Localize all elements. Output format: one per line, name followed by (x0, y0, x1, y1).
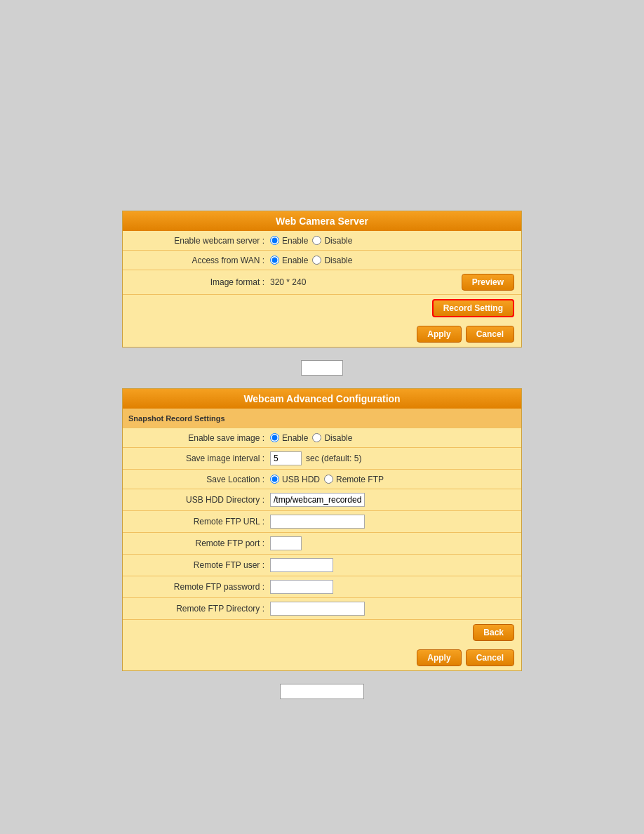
save-interval-input[interactable] (270, 451, 302, 465)
ftp-port-content (270, 536, 514, 550)
wan-enable-label[interactable]: Enable (270, 256, 308, 265)
wan-disable-radio[interactable] (312, 256, 321, 265)
preview-button[interactable]: Preview (462, 274, 514, 291)
enable-webcam-row: Enable webcam server : Enable Disable (123, 231, 521, 251)
record-setting-button[interactable]: Record Setting (432, 299, 514, 317)
enable-save-content: Enable Disable (270, 433, 514, 443)
ftp-password-label: Remote FTP password : (130, 582, 270, 592)
enable-webcam-disable-label[interactable]: Disable (312, 236, 352, 246)
advanced-apply-button[interactable]: Apply (417, 649, 461, 666)
enable-save-label: Enable save image : (130, 433, 270, 443)
ftp-password-content (270, 580, 514, 594)
wan-disable-text: Disable (324, 256, 352, 265)
image-format-label: Image format : (130, 277, 270, 287)
advanced-cancel-button[interactable]: Cancel (466, 649, 514, 666)
enable-save-image-row: Enable save image : Enable Disable (123, 428, 521, 448)
small-rect-1 (301, 360, 343, 376)
wan-enable-text: Enable (282, 256, 308, 265)
enable-webcam-enable-label[interactable]: Enable (270, 236, 308, 246)
ftp-password-input[interactable] (270, 580, 333, 594)
ftp-dir-input[interactable] (270, 602, 365, 616)
record-setting-row: Record Setting (123, 295, 521, 322)
ftp-user-content (270, 558, 514, 572)
save-location-row: Save Location : USB HDD Remote FTP (123, 470, 521, 489)
access-wan-row: Access from WAN : Enable Disable (123, 251, 521, 270)
save-enable-text: Enable (282, 433, 308, 443)
page-wrapper: Web Camera Server Enable webcam server :… (0, 0, 644, 834)
image-format-row: Image format : 320 * 240 Preview (123, 270, 521, 295)
save-disable-radio[interactable] (312, 433, 321, 442)
save-enable-label[interactable]: Enable (270, 433, 308, 443)
ftp-user-label: Remote FTP user : (130, 560, 270, 570)
remote-ftp-label[interactable]: Remote FTP (324, 475, 384, 484)
wan-enable-radio[interactable] (270, 256, 279, 265)
usb-hdd-text: USB HDD (282, 475, 320, 484)
save-interval-hint: sec (default: 5) (306, 454, 361, 463)
ftp-port-row: Remote FTP port : (123, 533, 521, 555)
wan-disable-label[interactable]: Disable (312, 256, 352, 265)
ftp-dir-label: Remote FTP Directory : (130, 604, 270, 614)
save-location-content: USB HDD Remote FTP (270, 475, 514, 484)
usb-hdd-dir-input[interactable] (270, 493, 365, 507)
usb-hdd-dir-content (270, 493, 514, 507)
snapshot-section-label: Snapshot Record Settings (128, 414, 225, 423)
webcam-server-title: Web Camera Server (123, 211, 521, 231)
advanced-title: Webcam Advanced Configuration (123, 389, 521, 409)
image-format-value: 320 * 240 (270, 277, 306, 287)
enable-webcam-content: Enable Disable (270, 236, 514, 246)
small-rect-container-2 (280, 684, 364, 699)
ftp-url-row: Remote FTP URL : (123, 511, 521, 533)
usb-hdd-dir-label: USB HDD Directory : (130, 495, 270, 505)
usb-hdd-label[interactable]: USB HDD (270, 475, 320, 484)
small-rect-2 (280, 684, 364, 699)
webcam-server-panel: Web Camera Server Enable webcam server :… (122, 211, 522, 348)
ftp-user-input[interactable] (270, 558, 333, 572)
ftp-url-label: Remote FTP URL : (130, 517, 270, 527)
ftp-url-input[interactable] (270, 515, 365, 529)
enable-webcam-label: Enable webcam server : (130, 236, 270, 246)
save-interval-content: sec (default: 5) (270, 451, 514, 465)
save-disable-text: Disable (324, 433, 352, 443)
usb-hdd-radio[interactable] (270, 475, 279, 484)
enable-webcam-disable-text: Disable (324, 236, 352, 246)
back-row: Back (123, 620, 521, 645)
ftp-dir-content (270, 602, 514, 616)
save-interval-row: Save image interval : sec (default: 5) (123, 448, 521, 470)
webcam-cancel-button[interactable]: Cancel (466, 326, 514, 343)
access-wan-label: Access from WAN : (130, 256, 270, 265)
usb-hdd-dir-row: USB HDD Directory : (123, 489, 521, 511)
ftp-user-row: Remote FTP user : (123, 555, 521, 576)
save-location-label: Save Location : (130, 475, 270, 484)
enable-webcam-enable-text: Enable (282, 236, 308, 246)
image-format-content: 320 * 240 Preview (270, 274, 514, 291)
back-button[interactable]: Back (473, 624, 514, 641)
enable-webcam-enable-radio[interactable] (270, 236, 279, 245)
ftp-port-input[interactable] (270, 536, 302, 550)
small-rect-container-1 (301, 360, 343, 376)
webcam-apply-button[interactable]: Apply (417, 326, 461, 343)
ftp-port-label: Remote FTP port : (130, 538, 270, 548)
ftp-dir-row: Remote FTP Directory : (123, 598, 521, 620)
ftp-password-row: Remote FTP password : (123, 576, 521, 598)
advanced-action-row: Apply Cancel (123, 645, 521, 670)
ftp-url-content (270, 515, 514, 529)
save-disable-label[interactable]: Disable (312, 433, 352, 443)
enable-webcam-disable-radio[interactable] (312, 236, 321, 245)
save-enable-radio[interactable] (270, 433, 279, 442)
remote-ftp-radio[interactable] (324, 475, 333, 484)
save-interval-label: Save image interval : (130, 454, 270, 463)
remote-ftp-text: Remote FTP (336, 475, 384, 484)
snapshot-section-header: Snapshot Record Settings (123, 409, 521, 428)
access-wan-content: Enable Disable (270, 256, 514, 265)
webcam-action-row: Apply Cancel (123, 322, 521, 347)
advanced-panel: Webcam Advanced Configuration Snapshot R… (122, 388, 522, 671)
